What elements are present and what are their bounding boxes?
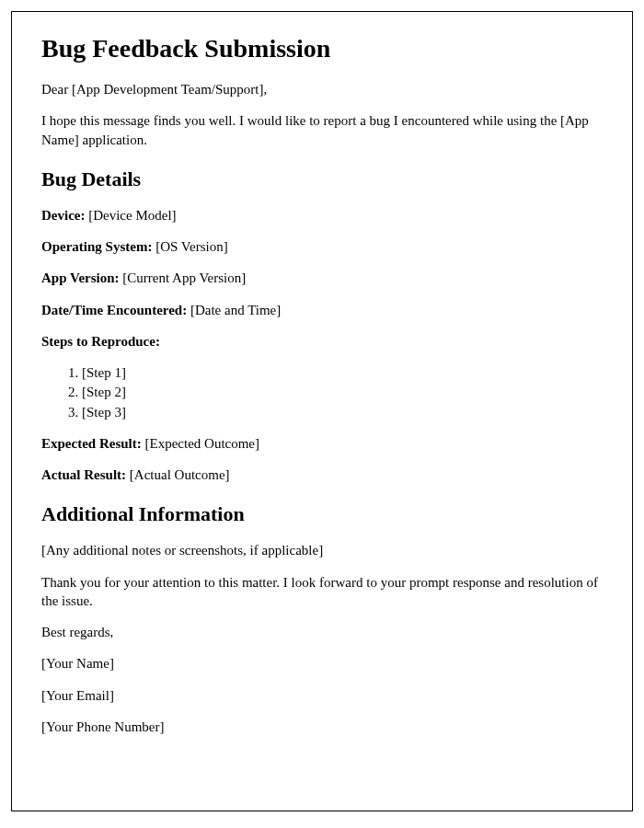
signoff-line: Best regards, <box>41 623 603 641</box>
app-version-field: App Version: [Current App Version] <box>41 269 603 287</box>
actual-result-field: Actual Result: [Actual Outcome] <box>41 466 603 484</box>
os-value: [OS Version] <box>152 239 227 254</box>
steps-list: [Step 1] [Step 2] [Step 3] <box>82 363 603 421</box>
closing-paragraph: Thank you for your attention to this mat… <box>41 573 603 611</box>
datetime-label: Date/Time Encountered: <box>41 303 187 317</box>
os-label: Operating System: <box>41 239 152 254</box>
document-page: Bug Feedback Submission Dear [App Develo… <box>11 11 633 811</box>
additional-info-heading: Additional Information <box>41 502 603 526</box>
list-item: [Step 2] <box>82 383 603 401</box>
your-name-line: [Your Name] <box>41 654 603 673</box>
list-item: [Step 1] <box>82 363 603 382</box>
expected-result-label: Expected Result: <box>41 436 142 451</box>
greeting-line: Dear [App Development Team/Support], <box>41 80 603 98</box>
steps-field: Steps to Reproduce: <box>41 332 603 351</box>
list-item: [Step 3] <box>82 403 603 421</box>
your-phone-line: [Your Phone Number] <box>41 718 603 736</box>
actual-result-value: [Actual Outcome] <box>126 467 229 482</box>
app-version-label: App Version: <box>41 270 120 285</box>
page-title: Bug Feedback Submission <box>41 34 603 63</box>
bug-details-heading: Bug Details <box>41 167 603 191</box>
expected-result-value: [Expected Outcome] <box>142 436 259 451</box>
datetime-field: Date/Time Encountered: [Date and Time] <box>41 301 603 319</box>
app-version-value: [Current App Version] <box>120 270 247 285</box>
device-value: [Device Model] <box>85 208 176 223</box>
device-label: Device: <box>41 208 85 223</box>
expected-result-field: Expected Result: [Expected Outcome] <box>41 434 603 453</box>
actual-result-label: Actual Result: <box>41 467 126 482</box>
os-field: Operating System: [OS Version] <box>41 237 603 256</box>
additional-notes: [Any additional notes or screenshots, if… <box>41 541 603 559</box>
your-email-line: [Your Email] <box>41 686 603 705</box>
steps-label: Steps to Reproduce: <box>41 334 160 349</box>
device-field: Device: [Device Model] <box>41 206 603 224</box>
intro-paragraph: I hope this message finds you well. I wo… <box>41 111 603 149</box>
datetime-value: [Date and Time] <box>187 303 281 317</box>
